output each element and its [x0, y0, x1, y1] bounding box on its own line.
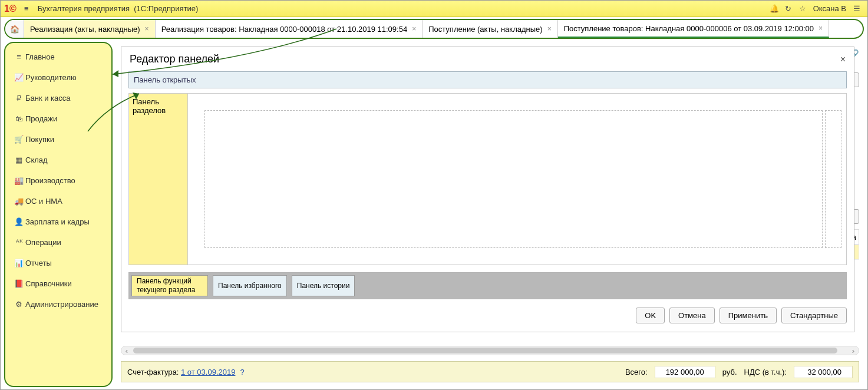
sidebar-item-main[interactable]: ≡Главное — [5, 47, 111, 67]
vat-label: НДС (в т.ч.): — [744, 368, 787, 376]
home-tab[interactable]: 🏠 — [5, 20, 24, 38]
invoice-link[interactable]: 1 от 03.09.2019 — [181, 368, 235, 376]
history-slot[interactable]: Панель истории — [292, 275, 355, 296]
settings-icon[interactable]: ☰ — [850, 4, 864, 13]
book-icon: 📕 — [12, 279, 25, 288]
tab-receipt-doc[interactable]: Поступление товаров: Накладная 0000-0000… — [558, 20, 829, 38]
status-footer: Счет-фактура: 1 от 03.09.2019 ? Всего: 1… — [121, 361, 859, 382]
ruble-icon: ₽ — [12, 94, 25, 103]
tab-sales-doc[interactable]: Реализация товаров: Накладная 0000-00001… — [156, 20, 423, 38]
cart-icon: 🛒 — [12, 135, 25, 144]
cancel-button[interactable]: Отмена — [669, 308, 715, 323]
bottom-slots: Панель функций текущего раздела Панель и… — [128, 272, 847, 299]
tab-sales-list[interactable]: Реализация (акты, накладные)× — [24, 20, 156, 38]
sidebar-item-operations[interactable]: ᴬᴷОперации — [5, 232, 111, 253]
bars-icon: 📊 — [12, 259, 25, 267]
horizontal-scrollbar[interactable]: ‹ › — [121, 346, 859, 355]
editor-body: Панель разделов — [128, 93, 847, 265]
sidebar-item-purchases[interactable]: 🛒Покупки — [5, 129, 111, 150]
truck-icon: 🚚 — [12, 197, 25, 206]
ops-icon: ᴬᴷ — [12, 238, 25, 247]
close-icon[interactable]: × — [819, 24, 823, 32]
title-bar: 1© ≡ Бухгалтерия предприятия (1С:Предпри… — [1, 1, 867, 17]
center-placeholder — [204, 110, 823, 248]
logo-1c: 1© — [4, 4, 16, 14]
close-icon[interactable]: × — [840, 54, 846, 65]
editor-canvas[interactable] — [188, 94, 846, 265]
person-icon: 👤 — [12, 217, 25, 226]
favorites-slot[interactable]: Панель избранного — [213, 275, 287, 296]
close-icon[interactable]: × — [412, 25, 416, 33]
currency-label: руб. — [722, 368, 737, 376]
total-label: Всего: — [625, 368, 648, 376]
history-icon[interactable]: ↻ — [781, 4, 796, 13]
apply-button[interactable]: Применить — [720, 308, 777, 323]
app-title: Бухгалтерия предприятия (1С:Предприятие) — [38, 4, 199, 13]
sections-panel: ≡Главное 📈Руководителю ₽Банк и касса 🛍Пр… — [4, 42, 113, 387]
bag-icon: 🛍 — [12, 114, 25, 123]
sidebar-item-production[interactable]: 🏭Производство — [5, 170, 111, 191]
sidebar-item-sales[interactable]: 🛍Продажи — [5, 108, 111, 129]
functions-slot[interactable]: Панель функций текущего раздела — [131, 275, 208, 296]
panel-editor-dialog: Редактор панелей × Панель открытых Панел… — [121, 47, 854, 332]
invoice-help-icon[interactable]: ? — [240, 368, 244, 376]
sidebar-item-admin[interactable]: ⚙Администрирование — [5, 294, 111, 315]
sidebar-item-reports[interactable]: 📊Отчеты — [5, 253, 111, 273]
scroll-thumb[interactable] — [133, 348, 837, 353]
close-icon[interactable]: × — [145, 25, 149, 33]
bell-icon[interactable]: 🔔 — [767, 4, 781, 13]
open-panel-slot[interactable]: Панель открытых — [128, 71, 847, 88]
sidebar-item-manager[interactable]: 📈Руководителю — [5, 67, 111, 88]
menu-icon: ≡ — [12, 52, 25, 61]
ok-button[interactable]: OK — [636, 308, 665, 323]
user-name[interactable]: Оксана В — [810, 4, 850, 13]
main-menu-icon[interactable]: ≡ — [21, 4, 32, 13]
dialog-title: Редактор панелей — [130, 53, 219, 65]
gear-icon: ⚙ — [12, 300, 25, 309]
factory-icon: 🏭 — [12, 176, 25, 185]
close-icon[interactable]: × — [547, 25, 552, 33]
sections-panel-slot[interactable]: Панель разделов — [129, 94, 188, 265]
scroll-right-icon[interactable]: › — [848, 346, 859, 355]
vat-value: 32 000,00 — [794, 366, 853, 378]
sidebar-item-bank[interactable]: ₽Банк и касса — [5, 88, 111, 108]
sidebar-item-catalogs[interactable]: 📕Справочники — [5, 273, 111, 294]
chart-icon: 📈 — [12, 73, 25, 82]
tabs-bar: 🏠 Реализация (акты, накладные)× Реализац… — [4, 19, 864, 39]
invoice-label: Счет-фактура: — [127, 368, 179, 376]
scroll-left-icon[interactable]: ‹ — [121, 346, 132, 355]
sidebar-item-assets[interactable]: 🚚ОС и НМА — [5, 191, 111, 211]
reset-button[interactable]: Стандартные — [781, 308, 847, 323]
star-icon[interactable]: ☆ — [796, 4, 810, 13]
sidebar-item-warehouse[interactable]: ▦Склад — [5, 150, 111, 170]
tab-receipt-list[interactable]: Поступление (акты, накладные)× — [423, 20, 557, 38]
total-value: 192 000,00 — [655, 366, 715, 378]
right-placeholder — [825, 110, 841, 248]
sidebar-item-payroll[interactable]: 👤Зарплата и кадры — [5, 211, 111, 232]
grid-icon: ▦ — [12, 156, 25, 164]
